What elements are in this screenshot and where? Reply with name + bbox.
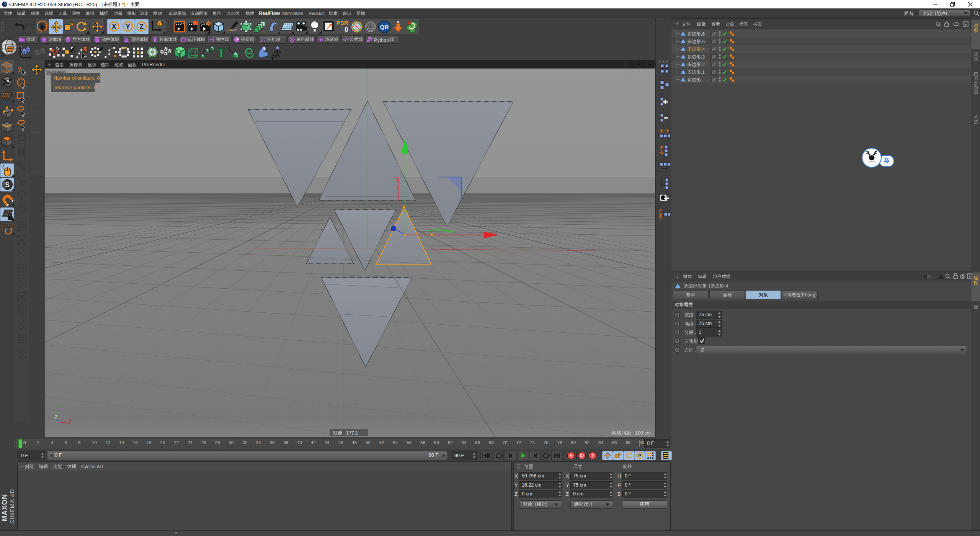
svg-text:.fx: .fx: [270, 53, 277, 60]
svg-text:42: 42: [311, 440, 316, 445]
svg-text:P: P: [638, 453, 641, 458]
svg-text:66: 66: [475, 440, 480, 445]
svg-text:58: 58: [420, 440, 425, 445]
svg-text:64: 64: [461, 440, 466, 445]
svg-text:0: 0: [23, 440, 26, 445]
svg-text:68: 68: [489, 440, 494, 445]
svg-text:84: 84: [598, 440, 603, 445]
svg-text:0: 0: [345, 26, 348, 33]
svg-text:76: 76: [544, 440, 549, 445]
svg-text:54: 54: [393, 440, 398, 445]
svg-text:48: 48: [352, 440, 357, 445]
svg-text:16: 16: [133, 440, 138, 445]
svg-text:50: 50: [366, 440, 371, 445]
svg-text:20: 20: [160, 440, 165, 445]
svg-text:74: 74: [530, 440, 535, 445]
svg-text:72: 72: [516, 440, 521, 445]
svg-text:36: 36: [270, 440, 275, 445]
svg-text:S: S: [5, 181, 10, 189]
svg-text:24: 24: [188, 440, 193, 445]
svg-text:?: ?: [17, 64, 21, 74]
svg-text:Y: Y: [126, 23, 130, 30]
svg-text:26: 26: [201, 440, 206, 445]
svg-text:T: T: [217, 46, 226, 59]
svg-text:86: 86: [612, 440, 617, 445]
svg-text:4: 4: [51, 440, 54, 445]
svg-text:46: 46: [338, 440, 343, 445]
svg-text:R: R: [659, 216, 662, 220]
svg-text:62: 62: [448, 440, 453, 445]
svg-text:56: 56: [407, 440, 412, 445]
svg-text:28: 28: [215, 440, 220, 445]
svg-text:Z: Z: [140, 23, 144, 30]
svg-text:?: ?: [591, 453, 594, 458]
svg-text:90: 90: [639, 440, 644, 445]
svg-text:X: X: [69, 418, 72, 423]
svg-text:38: 38: [283, 440, 288, 445]
svg-text:82: 82: [585, 440, 590, 445]
svg-text:88: 88: [626, 440, 630, 445]
svg-text:18: 18: [147, 440, 152, 445]
svg-text:6: 6: [64, 440, 67, 445]
svg-text:78: 78: [557, 440, 562, 445]
svg-text:14: 14: [119, 440, 124, 445]
svg-text:12: 12: [106, 440, 111, 445]
svg-text:Y: Y: [58, 405, 61, 409]
svg-text:60: 60: [434, 440, 439, 445]
svg-text:70: 70: [503, 440, 508, 445]
svg-text:32: 32: [242, 440, 247, 445]
svg-text:QR: QR: [380, 24, 389, 30]
svg-text:8: 8: [78, 440, 80, 445]
svg-text:X: X: [112, 23, 116, 30]
svg-text:52: 52: [379, 440, 384, 445]
svg-text:40: 40: [297, 440, 302, 445]
svg-text:Z: Z: [55, 415, 57, 419]
svg-text:PSR: PSR: [336, 20, 348, 26]
svg-text:30: 30: [229, 440, 234, 445]
svg-text:22: 22: [174, 440, 179, 445]
svg-text:44: 44: [325, 440, 330, 445]
svg-text:80: 80: [571, 440, 576, 445]
svg-text:2: 2: [37, 440, 39, 445]
svg-text:Python: Python: [374, 38, 389, 43]
svg-text:10: 10: [92, 440, 97, 445]
svg-text:34: 34: [256, 440, 261, 445]
